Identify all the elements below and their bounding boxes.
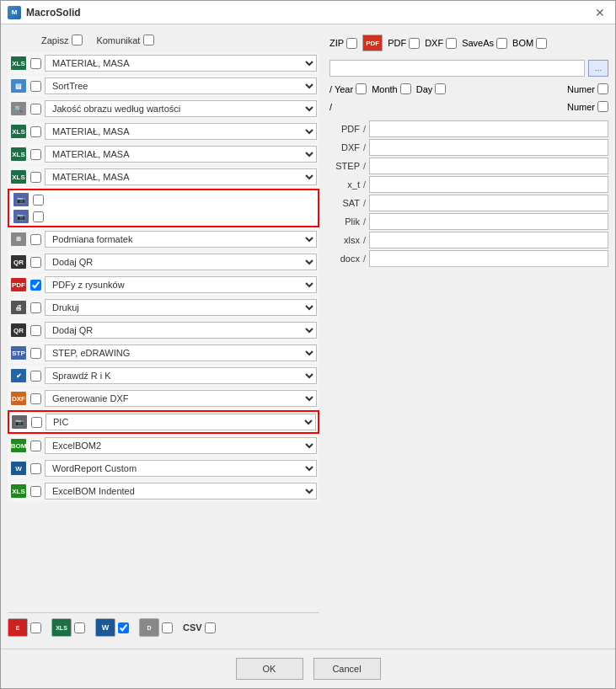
day-checkbox-group: Day — [416, 83, 447, 94]
item-select-15[interactable]: Generowanie DXF — [45, 390, 317, 407]
year-checkbox[interactable] — [356, 83, 367, 94]
item-check-17[interactable] — [30, 441, 41, 451]
month-checkbox[interactable] — [400, 83, 411, 94]
zapisz-checkbox[interactable] — [72, 35, 83, 45]
pdf-checkbox[interactable] — [409, 38, 420, 49]
left-panel: Zapisz Komunikat XLS MATERIAŁ, MASA — [8, 31, 319, 642]
item-icon-13: STP — [10, 345, 27, 361]
list-item: 🔍 Jakość obrazu według wartości — [8, 98, 319, 120]
path-input[interactable] — [329, 60, 585, 77]
item-check-12[interactable] — [30, 325, 41, 336]
item-select-19[interactable]: ExcelBOM Indented — [45, 483, 317, 499]
list-item-highlighted-group: 📷 📷 — [8, 189, 319, 227]
qr-icon: QR — [11, 255, 26, 269]
item-select-10[interactable]: PDFy z rysunków — [45, 276, 317, 293]
item-check-0[interactable] — [30, 58, 41, 69]
item-check-4[interactable] — [30, 149, 41, 160]
close-button[interactable]: ✕ — [592, 4, 608, 21]
sat-form-input[interactable] — [369, 195, 608, 211]
item-check-19[interactable] — [30, 486, 41, 497]
list-item: 🖨 Drukuj — [8, 296, 319, 318]
item-select-9[interactable]: Dodaj QR — [45, 254, 317, 270]
item-select-8[interactable]: Podmiana formatek — [45, 231, 317, 248]
bottom-check-5[interactable] — [205, 622, 216, 633]
item-icon-17: BOM — [10, 438, 27, 453]
bom-icon: BOM — [11, 439, 26, 452]
browse-button[interactable]: … — [588, 60, 608, 77]
item-check-5[interactable] — [30, 172, 41, 183]
item-check-16[interactable] — [31, 417, 42, 428]
item-select-4[interactable]: MATERIAŁ, MASA — [45, 146, 317, 163]
item-check-10[interactable] — [30, 280, 41, 291]
plik-form-label: Plik — [329, 216, 360, 227]
docx-form-input[interactable] — [369, 250, 608, 267]
date-row: / Year Month Day Numer — [329, 83, 608, 94]
item-select-14[interactable]: Sprawdź R i K — [45, 367, 317, 384]
saveas-checkbox[interactable] — [496, 38, 507, 49]
bottom-icon-group-4: D — [139, 618, 173, 637]
format-checkboxes: ZIP PDF PDF DXF SaveAs — [329, 31, 608, 55]
bottom-icon-1[interactable]: E — [8, 618, 28, 637]
item-select-5[interactable]: MATERIAŁ, MASA — [45, 168, 317, 185]
bottom-icon-4[interactable]: D — [139, 618, 159, 637]
bottom-check-2[interactable] — [74, 622, 85, 633]
item-check-13[interactable] — [30, 348, 41, 359]
item-check-6a[interactable] — [33, 195, 44, 206]
numer-label: Numer — [567, 84, 595, 94]
item-select-12[interactable]: Dodaj QR — [45, 322, 317, 339]
bottom-check-4[interactable] — [162, 622, 173, 633]
list-item: XLS MATERIAŁ, MASA — [8, 120, 319, 142]
cancel-button[interactable]: Cancel — [313, 658, 381, 680]
item-check-11[interactable] — [30, 302, 41, 313]
numer2-checkbox[interactable] — [597, 101, 608, 112]
item-icon-18: W — [10, 461, 27, 476]
dxf-form-input[interactable] — [369, 139, 608, 156]
item-select-18[interactable]: WordReport Custom — [45, 460, 317, 477]
item-select-16[interactable]: PIC — [46, 414, 316, 430]
item-check-1[interactable] — [30, 81, 41, 92]
list-item: ✔ Sprawdź R i K — [8, 365, 319, 387]
item-check-8[interactable] — [30, 234, 41, 245]
xt-form-row: x_t / — [329, 176, 608, 193]
item-check-6b[interactable] — [33, 211, 44, 222]
item-select-17[interactable]: ExcelBOM2 — [45, 437, 317, 454]
item-select-13[interactable]: STEP, eDRAWING — [45, 344, 317, 361]
item-check-2[interactable] — [30, 104, 41, 115]
ok-button[interactable]: OK — [236, 658, 303, 680]
bottom-icon-3[interactable]: W — [95, 618, 115, 637]
pdf-icon-btn[interactable]: PDF — [362, 35, 383, 51]
year-checkbox-group: / Year — [329, 83, 367, 94]
pdf-form-label: PDF — [329, 124, 360, 134]
list-item: DXF Generowanie DXF — [8, 387, 319, 409]
day-checkbox[interactable] — [435, 83, 446, 94]
pdf-form-input[interactable] — [369, 120, 608, 137]
item-select-2[interactable]: Jakość obrazu według wartości — [45, 100, 317, 117]
komunikat-checkbox[interactable] — [143, 35, 154, 45]
xlsx-form-input[interactable] — [369, 232, 608, 248]
item-select-3[interactable]: MATERIAŁ, MASA — [45, 123, 317, 140]
list-item: XLS MATERIAŁ, MASA — [8, 52, 319, 74]
dxf-checkbox[interactable] — [446, 38, 457, 49]
separator-text: / — [329, 102, 332, 112]
bottom-icon-2[interactable]: XLS — [51, 618, 72, 637]
item-select-11[interactable]: Drukuj — [45, 299, 317, 316]
bottom-check-1[interactable] — [30, 622, 41, 633]
plik-form-input[interactable] — [369, 213, 608, 230]
item-check-14[interactable] — [30, 371, 41, 382]
zip-checkbox[interactable] — [346, 38, 357, 49]
highlighted-row-1: 📷 — [13, 192, 44, 207]
item-check-18[interactable] — [30, 463, 41, 474]
item-icon-2: 🔍 — [10, 101, 27, 116]
bom-checkbox[interactable] — [536, 38, 547, 49]
step-form-input[interactable] — [369, 158, 608, 174]
window-title: MacroSolid — [26, 7, 81, 19]
item-check-9[interactable] — [30, 257, 41, 268]
numer-checkbox[interactable] — [597, 83, 608, 94]
item-check-3[interactable] — [30, 126, 41, 137]
item-check-15[interactable] — [30, 393, 41, 404]
zapisz-label: Zapisz — [41, 35, 68, 45]
xt-form-input[interactable] — [369, 176, 608, 193]
item-select-0[interactable]: MATERIAŁ, MASA — [45, 55, 317, 72]
item-select-1[interactable]: SortTree — [45, 77, 317, 94]
bottom-check-3[interactable] — [118, 622, 129, 633]
